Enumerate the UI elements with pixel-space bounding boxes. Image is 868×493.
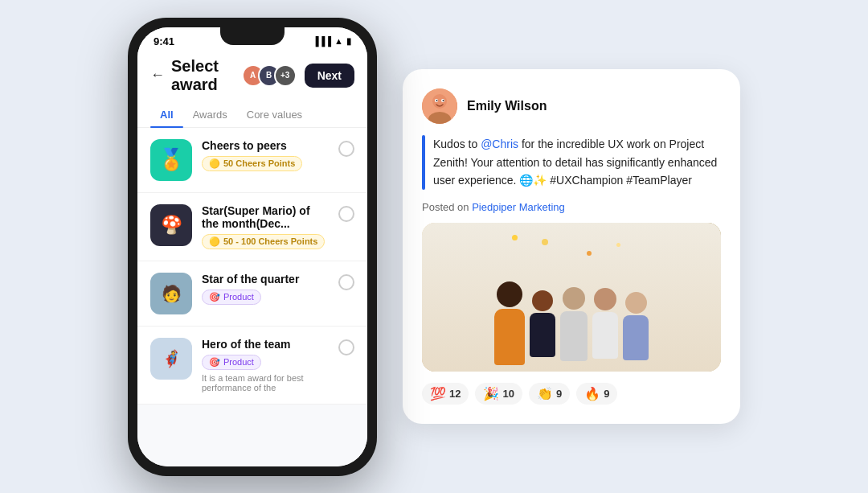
award-name: Star(Super Mario) of the month(Dec... (202, 204, 329, 230)
award-list: 🏅 Cheers to peers 🟡 50 Cheers Points (137, 128, 367, 466)
wifi-icon: ▲ (334, 36, 343, 46)
award-info-quarter: Star of the quarter 🎯 Product (202, 273, 329, 305)
phone-notch (220, 27, 285, 45)
award-item[interactable]: 🦸 Hero of the team 🎯 Product It is a tea… (137, 327, 367, 405)
tag-icon: 🎯 (209, 292, 220, 302)
award-icon-mario: 🍄 (150, 204, 192, 246)
accent-bar (422, 135, 425, 189)
reaction-pill[interactable]: 🔥 9 (576, 383, 617, 405)
reaction-count: 9 (604, 388, 609, 400)
reaction-emoji: 🎉 (483, 386, 499, 401)
award-info-hero: Hero of the team 🎯 Product It is a team … (202, 338, 329, 392)
reaction-emoji: 👏 (537, 386, 553, 401)
phone-header: ← Select award A B +3 Next (137, 51, 367, 102)
post-image-scene (422, 223, 721, 372)
person-figure (560, 287, 588, 361)
phone-shell: 9:41 ▐▐▐ ▲ ▮ ← Select award A B (128, 18, 377, 476)
avatar (422, 88, 457, 124)
post-meta: Posted on Piedpiper Marketing (422, 201, 721, 213)
post-body: Kudos to @Chris for the incredible UX wo… (422, 135, 721, 189)
award-info-mario: Star(Super Mario) of the month(Dec... 🟡 … (202, 204, 329, 249)
tab-all[interactable]: All (150, 102, 183, 127)
award-radio[interactable] (338, 141, 354, 157)
award-points: 🟡 50 Cheers Points (202, 156, 302, 171)
award-icon-hero: 🦸 (150, 338, 192, 380)
status-icons: ▐▐▐ ▲ ▮ (313, 36, 351, 47)
reaction-emoji: 💯 (430, 386, 446, 401)
battery-icon: ▮ (346, 36, 351, 47)
reaction-count: 12 (449, 388, 461, 400)
back-button[interactable]: ← (150, 67, 165, 84)
post-reactions: 💯 12 🎉 10 👏 9 🔥 9 (422, 383, 721, 405)
next-button[interactable]: Next (305, 64, 354, 88)
signal-icon: ▐▐▐ (313, 36, 331, 46)
reaction-emoji: 🔥 (584, 386, 600, 401)
award-radio[interactable] (338, 339, 354, 355)
header-avatars: A B +3 Next (242, 64, 354, 88)
reaction-count: 10 (502, 388, 514, 400)
reaction-count: 9 (556, 388, 562, 400)
award-icon-cheers: 🏅 (150, 139, 192, 181)
reaction-pill[interactable]: 🎉 10 (475, 383, 522, 405)
award-desc: It is a team award for best performance … (202, 373, 329, 392)
tabs-bar: All Awards Core values (137, 102, 367, 128)
phone-screen: 9:41 ▐▐▐ ▲ ▮ ← Select award A B (137, 27, 367, 466)
award-name: Cheers to peers (202, 139, 329, 152)
svg-point-6 (443, 100, 444, 101)
mention[interactable]: @Chris (481, 138, 518, 150)
reaction-pill[interactable]: 💯 12 (422, 383, 469, 405)
svg-point-5 (436, 100, 438, 101)
points-icon: 🟡 (209, 158, 220, 169)
award-tag: 🎯 Product (202, 290, 261, 305)
status-time: 9:41 (154, 35, 174, 47)
avatar-count: +3 (274, 64, 297, 87)
award-tag: 🎯 Product (202, 355, 261, 370)
award-icon-quarter: 🧑 (150, 273, 192, 314)
post-text: Kudos to @Chris for the incredible UX wo… (433, 135, 721, 189)
points-icon: 🟡 (209, 236, 220, 247)
award-points: 🟡 50 - 100 Cheers Points (202, 234, 325, 249)
header-left: ← Select award (150, 57, 242, 94)
channel-link[interactable]: Piedpiper Marketing (472, 201, 565, 213)
status-bar: 9:41 ▐▐▐ ▲ ▮ (137, 27, 367, 51)
award-radio[interactable] (338, 274, 354, 290)
tab-awards[interactable]: Awards (183, 102, 237, 127)
phone-wrapper: 9:41 ▐▐▐ ▲ ▮ ← Select award A B (128, 18, 377, 476)
tab-core-values[interactable]: Core values (237, 102, 312, 127)
body-text-1: Kudos to (433, 138, 481, 150)
tag-icon: 🎯 (209, 357, 220, 368)
post-card: Emily Wilson Kudos to @Chris for the inc… (403, 69, 740, 423)
award-item[interactable]: 🏅 Cheers to peers 🟡 50 Cheers Points (137, 128, 367, 193)
reaction-pill[interactable]: 👏 9 (529, 383, 570, 405)
person-figure (623, 292, 649, 360)
award-item[interactable]: 🍄 Star(Super Mario) of the month(Dec... … (137, 193, 367, 261)
post-header: Emily Wilson (422, 88, 721, 124)
page-title: Select award (171, 57, 242, 94)
posted-on-label: Posted on (422, 201, 469, 213)
award-radio[interactable] (338, 206, 354, 222)
person-figure (592, 288, 618, 359)
author-name: Emily Wilson (467, 99, 547, 113)
award-item[interactable]: 🧑 Star of the quarter 🎯 Product (137, 261, 367, 327)
person-figure (494, 281, 525, 365)
award-name: Hero of the team (202, 338, 329, 351)
person-figure (530, 290, 555, 357)
post-image (422, 223, 721, 372)
award-name: Star of the quarter (202, 273, 329, 286)
scene: 9:41 ▐▐▐ ▲ ▮ ← Select award A B (0, 0, 868, 493)
award-info-cheers: Cheers to peers 🟡 50 Cheers Points (202, 139, 329, 171)
avatar-image (422, 88, 457, 124)
